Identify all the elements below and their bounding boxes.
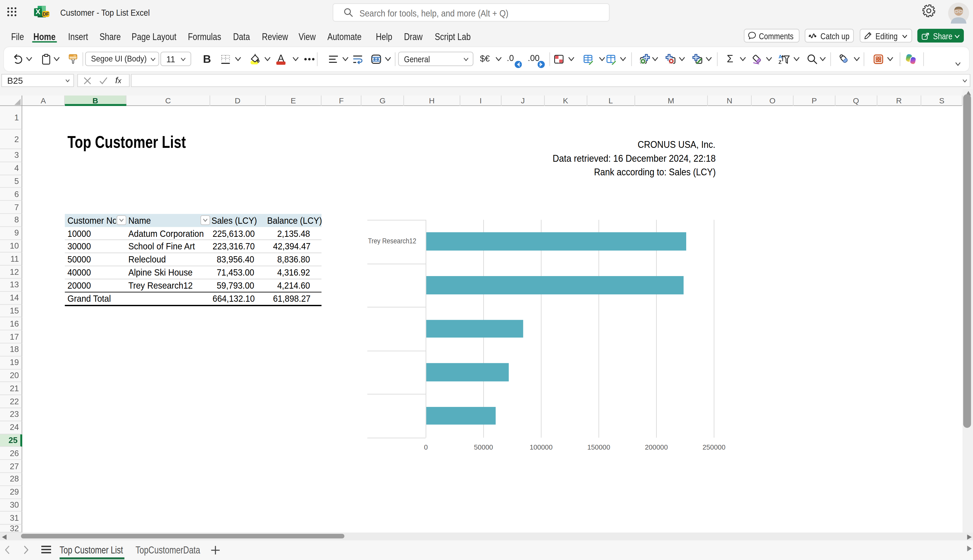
svg-text:DF: DF <box>43 11 49 17</box>
svg-text:X: X <box>36 8 40 16</box>
svg-text:Z: Z <box>779 59 782 65</box>
